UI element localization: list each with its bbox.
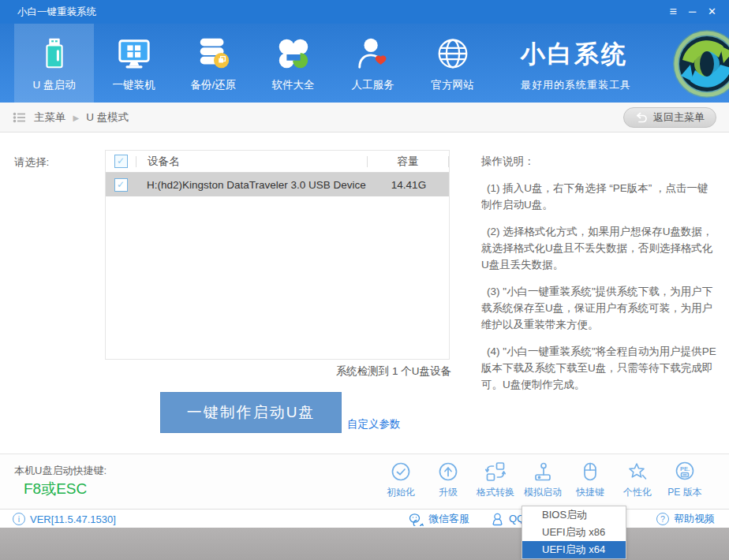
device-table-empty-area — [106, 196, 449, 359]
nav-item-website[interactable]: 官方网站 — [413, 24, 492, 103]
tool-label: 初始化 — [387, 486, 415, 499]
column-header-device: 设备名 — [136, 155, 367, 169]
backup-restore-icon — [195, 35, 233, 73]
brand: 小白系统 最好用的系统重装工具 — [521, 38, 631, 92]
list-icon — [13, 110, 27, 125]
tool-label: 格式转换 — [477, 486, 514, 499]
support-icon — [354, 35, 392, 73]
tool-hotkeys[interactable]: 快捷键 — [570, 460, 611, 499]
nav-label: 人工服务 — [352, 78, 394, 92]
title-bar: 小白一键重装系统 ≡ ─ ✕ — [0, 0, 729, 24]
column-header-capacity: 容量 — [368, 155, 448, 169]
custom-params-link[interactable]: 自定义参数 — [347, 417, 401, 431]
device-table: ✓ 设备名 容量 ✓ H:(hd2)Kingston DataTraveler … — [105, 150, 450, 360]
minimize-icon[interactable]: ─ — [689, 0, 696, 24]
main-content: 请选择: ✓ 设备名 容量 ✓ H:(hd2)Kingston DataTrav… — [0, 133, 729, 454]
menu-item-uefi-x64[interactable]: UEFI启动 x64 — [522, 541, 626, 558]
device-table-header: ✓ 设备名 容量 — [106, 151, 449, 173]
back-to-main-menu-button[interactable]: 返回主菜单 — [623, 107, 716, 128]
instruction-step-1: (1) 插入U盘，右下角选择 “PE版本” ，点击一键制作启动U盘。 — [481, 180, 716, 213]
tool-personalize[interactable]: 个性化 — [617, 460, 658, 499]
tool-label: 模拟启动 — [524, 486, 562, 499]
help-video-link[interactable]: ? 帮助视频 — [656, 510, 715, 528]
personalize-icon — [626, 460, 649, 483]
apps-icon — [275, 35, 312, 73]
wechat-label: 微信客服 — [428, 512, 469, 526]
qq-icon — [491, 513, 504, 526]
breadcrumb: 主菜单 ▶ U 盘模式 — [13, 103, 129, 133]
brand-logo-icon — [671, 28, 729, 99]
tool-simulate-boot[interactable]: 模拟启动 — [522, 460, 563, 499]
bottom-panel: 本机U盘启动快捷键: F8或ESC 初始化 升级 — [0, 454, 729, 509]
help-label: 帮助视频 — [674, 512, 715, 526]
tool-label: PE 版本 — [667, 486, 701, 499]
monitor-icon — [115, 35, 153, 73]
nav-item-backup-restore[interactable]: 备份/还原 — [174, 24, 253, 103]
nav-label: 一键装机 — [113, 78, 155, 92]
row-checkbox[interactable]: ✓ — [114, 178, 128, 192]
instructions-panel: 操作说明： (1) 插入U盘，右下角选择 “PE版本” ，点击一键制作启动U盘。… — [481, 153, 716, 403]
hotkey-value: F8或ESC — [24, 479, 87, 499]
select-label: 请选择: — [14, 155, 49, 170]
info-icon: i — [13, 513, 25, 525]
app-window: 小白一键重装系统 ≡ ─ ✕ U 盘启动 — [0, 0, 729, 528]
nav-item-usb-boot[interactable]: U 盘启动 — [14, 24, 94, 103]
select-all-checkbox[interactable]: ✓ — [114, 155, 128, 168]
version-info: i VER[11.5.47.1530] — [13, 510, 116, 528]
check-circle-icon — [390, 460, 412, 483]
instructions-title: 操作说明： — [481, 153, 716, 170]
back-button-label: 返回主菜单 — [653, 110, 705, 125]
tool-upgrade[interactable]: 升级 — [428, 460, 469, 499]
nav-item-software[interactable]: 软件大全 — [253, 24, 333, 103]
brand-title: 小白系统 — [521, 38, 631, 71]
tool-initialize[interactable]: 初始化 — [380, 460, 421, 499]
chevron-right-icon: ▶ — [73, 114, 80, 122]
format-convert-icon — [484, 460, 507, 483]
menu-item-uefi-x86[interactable]: UEFI启动 x86 — [522, 524, 626, 541]
brand-subtitle: 最好用的系统重装工具 — [521, 78, 631, 92]
device-capacity: 14.41G — [368, 179, 449, 191]
nav-items: U 盘启动 一键装机 — [14, 24, 492, 103]
table-row-usb-device[interactable]: ✓ H:(hd2)Kingston DataTraveler 3.0 USB D… — [106, 173, 449, 196]
svg-text:PE.: PE. — [680, 465, 690, 472]
make-boot-usb-button[interactable]: 一键制作启动U盘 — [160, 392, 342, 433]
nav-label: 官方网站 — [432, 78, 474, 92]
main-nav: U 盘启动 一键装机 — [0, 24, 729, 103]
upgrade-icon — [437, 460, 459, 483]
wechat-support-link[interactable]: 微信客服 — [409, 510, 469, 528]
tool-label: 快捷键 — [576, 486, 604, 499]
app-title: 小白一键重装系统 — [17, 0, 96, 24]
column-divider — [448, 156, 449, 167]
version-text: VER[11.5.47.1530] — [30, 513, 116, 525]
usb-drive-icon — [36, 35, 73, 73]
tool-pe-version[interactable]: PE. PE 版本 — [664, 460, 705, 499]
breadcrumb-main-menu[interactable]: 主菜单 — [34, 110, 66, 125]
nav-label: U 盘启动 — [33, 78, 76, 92]
menu-item-bios-boot[interactable]: BIOS启动 — [522, 506, 626, 524]
menu-icon[interactable]: ≡ — [670, 0, 677, 24]
nav-item-support[interactable]: 人工服务 — [333, 24, 413, 103]
back-arrow-icon — [635, 112, 648, 123]
wechat-icon — [409, 513, 424, 526]
close-icon[interactable]: ✕ — [708, 0, 716, 24]
device-name: H:(hd2)Kingston DataTraveler 3.0 USB Dev… — [136, 179, 368, 191]
simulate-boot-icon — [532, 460, 554, 483]
nav-label: 备份/还原 — [191, 78, 237, 92]
nav-item-one-key-install[interactable]: 一键装机 — [94, 24, 174, 103]
breadcrumb-bar: 主菜单 ▶ U 盘模式 返回主菜单 — [0, 103, 729, 133]
window-controls: ≡ ─ ✕ — [670, 0, 716, 24]
boot-mode-popup-menu: BIOS启动 UEFI启动 x86 UEFI启动 x64 — [522, 506, 626, 559]
nav-label: 软件大全 — [272, 78, 315, 92]
pe-version-icon: PE. — [674, 460, 696, 483]
hotkey-label: 本机U盘启动快捷键: — [14, 464, 107, 478]
globe-icon — [434, 35, 472, 73]
tool-label: 升级 — [439, 486, 458, 499]
breadcrumb-usb-mode: U 盘模式 — [86, 110, 129, 125]
tools-row: 初始化 升级 格式转换 — [380, 460, 705, 499]
instruction-step-4: (4) "小白一键重装系统"将全程自动为用户提供PE版本下载及系统下载至U盘，只… — [481, 343, 716, 393]
instruction-step-2: (2) 选择格式化方式，如果用户想保存U盘数据，就选择格式化U盘且不丢失数据，否… — [481, 223, 716, 273]
mouse-icon — [579, 460, 601, 483]
tool-format-convert[interactable]: 格式转换 — [475, 460, 516, 499]
question-icon: ? — [656, 513, 669, 525]
instruction-step-3: (3) "小白一键重装系统"提供系统下载，为用户下载系统保存至U盘，保证用户有系… — [481, 283, 716, 333]
